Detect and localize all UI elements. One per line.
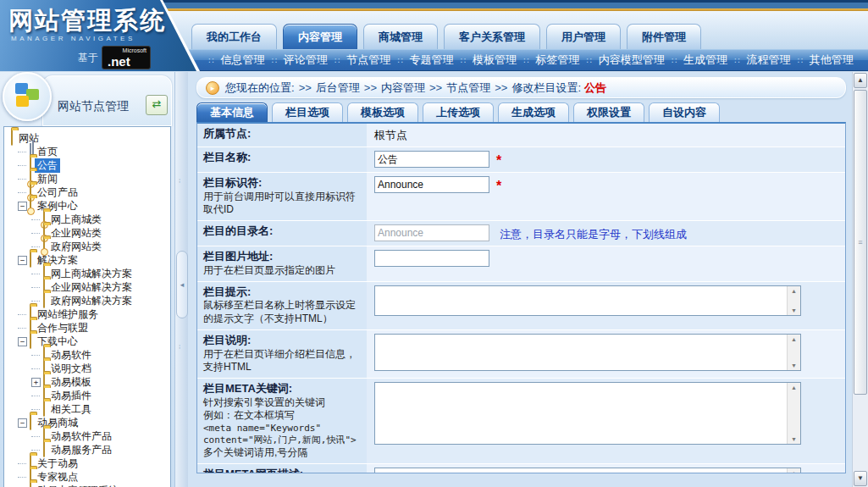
menu-item-3[interactable]: 节点管理 <box>346 53 390 68</box>
collapse-icon[interactable]: − <box>18 418 27 428</box>
tree-item[interactable]: 政府网站类 <box>31 240 169 253</box>
栏目的目录名-input <box>374 224 489 241</box>
tree-expander-slot <box>31 274 43 274</box>
form-tab-3[interactable]: 模板选项 <box>347 102 418 122</box>
top-tab-3[interactable]: 商城管理 <box>363 24 438 49</box>
textarea-scrollbar[interactable]: ▲▼ <box>787 468 800 473</box>
tree-item[interactable]: 合作与联盟 <box>18 321 169 335</box>
form-tab-2[interactable]: 栏目选项 <box>272 102 343 122</box>
menu-item-1[interactable]: 信息管理 <box>220 53 264 68</box>
tree-item[interactable]: 新闻 <box>18 172 169 185</box>
menu-item-8[interactable]: 生成管理 <box>683 53 727 68</box>
栏目META关键词-textarea[interactable]: ▲▼ <box>374 382 801 445</box>
form-tab-6[interactable]: 权限设置 <box>573 102 644 122</box>
folder-icon <box>11 130 13 146</box>
tree-item-label: 动易软件 <box>48 348 94 362</box>
collapse-icon[interactable]: − <box>18 202 27 211</box>
tree-item[interactable]: 网站维护服务 <box>18 307 169 321</box>
tree-item[interactable]: 关于动易 <box>18 457 169 470</box>
tree-item[interactable]: 网上商城类 <box>31 213 169 226</box>
textarea-scrollbar[interactable]: ▲▼ <box>787 335 800 370</box>
collapse-icon[interactable]: − <box>18 337 27 346</box>
textarea-scrollbar[interactable]: ▲▼ <box>787 286 800 315</box>
tree-item[interactable]: −动易商城 <box>18 416 169 429</box>
tree-item[interactable]: 动易内容管理系统 <box>18 484 169 487</box>
tree-item[interactable]: 公司产品 <box>18 185 169 199</box>
breadcrumb-link-3[interactable]: 节点管理 <box>446 81 490 94</box>
form-tab-5[interactable]: 生成选项 <box>498 102 569 122</box>
tree-item[interactable]: −下载中心 <box>18 335 169 348</box>
tree-item[interactable]: 企业网站解决方案 <box>31 280 169 294</box>
tree-item[interactable]: −解决方案 <box>18 253 169 267</box>
form-tab-4[interactable]: 上传选项 <box>423 102 494 122</box>
textarea-scroll-up-icon[interactable]: ▲ <box>791 288 797 294</box>
tree-item[interactable]: 说明文档 <box>31 362 169 375</box>
tree-expander-slot <box>18 152 30 152</box>
scroll-down-button[interactable]: ▼ <box>854 471 867 486</box>
field-label: 栏目标识符: <box>203 176 361 191</box>
top-tab-6[interactable]: 附件管理 <box>627 24 701 49</box>
textarea-scroll-down-icon[interactable]: ▼ <box>791 307 797 313</box>
tree-expander-slot: − <box>18 418 30 428</box>
menu-item-10[interactable]: 其他管理 <box>810 53 854 68</box>
tree-expander-slot <box>18 463 30 464</box>
menu-item-6[interactable]: 标签管理 <box>535 53 579 68</box>
tree-item[interactable]: 企业网站类 <box>31 226 169 240</box>
tree-item[interactable]: 相关工具 <box>31 402 169 416</box>
tree-item[interactable]: −案例中心 <box>18 199 169 213</box>
tree-item[interactable]: 首页 <box>18 145 169 158</box>
form-label-cell: 栏目图片地址:用于在栏目页显示指定的图片 <box>197 246 367 280</box>
栏目说明-textarea[interactable]: ▲▼ <box>374 334 801 371</box>
tree-item-label: 动易模板 <box>48 375 94 390</box>
textarea-scrollbar[interactable]: ▲▼ <box>787 383 800 444</box>
form-tab-7[interactable]: 自设内容 <box>649 102 720 122</box>
main-scrollbar[interactable]: ▲ ≡ ▼ <box>852 72 868 487</box>
form-row: 栏目说明:用于在栏目页详细介绍栏目信息，支持HTML▲▼ <box>197 330 845 379</box>
tree-connector <box>18 477 26 478</box>
tree-item[interactable]: 政府网站解决方案 <box>31 294 169 307</box>
textarea-scroll-down-icon[interactable]: ▼ <box>791 436 797 442</box>
tree-connector <box>31 450 40 451</box>
textarea-scroll-up-icon[interactable]: ▲ <box>791 470 797 473</box>
tree-item[interactable]: 动易软件 <box>31 348 169 362</box>
栏目标识符-input[interactable] <box>374 176 489 193</box>
menu-item-5[interactable]: 模板管理 <box>473 53 517 68</box>
tree-item[interactable]: 动易插件 <box>31 389 169 402</box>
tree-connector <box>18 152 26 152</box>
textarea-scroll-down-icon[interactable]: ▼ <box>791 362 797 368</box>
collapse-icon[interactable]: − <box>18 256 27 265</box>
tree-item[interactable]: 网上商城解决方案 <box>31 267 169 280</box>
栏目提示-textarea[interactable]: ▲▼ <box>374 285 801 316</box>
expand-icon[interactable]: + <box>31 378 41 387</box>
栏目META网页描述-textarea[interactable]: ▲▼ <box>374 468 801 473</box>
textarea-scroll-up-icon[interactable]: ▲ <box>791 336 797 342</box>
栏目图片地址-input[interactable] <box>374 250 489 267</box>
menu-item-2[interactable]: 评论管理 <box>284 53 328 68</box>
tree-item[interactable]: +动易模板 <box>31 375 169 389</box>
tree-item-label: 网站维护服务 <box>35 307 101 322</box>
tree-item[interactable]: 公告 <box>18 158 169 172</box>
栏目名称-input[interactable] <box>374 151 489 168</box>
tree-item[interactable]: 动易服务产品 <box>31 443 169 457</box>
menu-item-4[interactable]: 专题管理 <box>410 53 454 68</box>
menu-item-7[interactable]: 内容模型管理 <box>599 53 665 68</box>
textarea-scroll-up-icon[interactable]: ▲ <box>791 385 797 390</box>
field-label: 栏目META关键词: <box>203 382 361 396</box>
breadcrumb-link-2[interactable]: 内容管理 <box>381 81 425 94</box>
tree-item[interactable]: 网站 <box>11 131 169 145</box>
menu-item-9[interactable]: 流程管理 <box>746 53 790 68</box>
top-tab-4[interactable]: 客户关系管理 <box>444 24 540 49</box>
tree-item[interactable]: 专家视点 <box>18 470 169 484</box>
collapse-sidebar-button[interactable]: ◂ <box>176 251 188 318</box>
breadcrumb-link-1[interactable]: 后台管理 <box>316 81 360 94</box>
tree-item-label: 新闻 <box>35 172 60 186</box>
form-value-cell: ▲▼ <box>367 330 845 378</box>
form-tab-1[interactable]: 基本信息 <box>196 102 268 122</box>
tree-item[interactable]: 动易软件产品 <box>31 429 169 443</box>
scroll-up-button[interactable]: ▲ <box>854 73 867 88</box>
top-tab-5[interactable]: 用户管理 <box>546 24 621 49</box>
top-tab-1[interactable]: 我的工作台 <box>191 24 277 49</box>
refresh-button[interactable]: ⇄ <box>146 95 168 115</box>
scroll-thumb[interactable]: ≡ <box>854 90 867 395</box>
top-tab-2[interactable]: 内容管理 <box>283 24 357 49</box>
